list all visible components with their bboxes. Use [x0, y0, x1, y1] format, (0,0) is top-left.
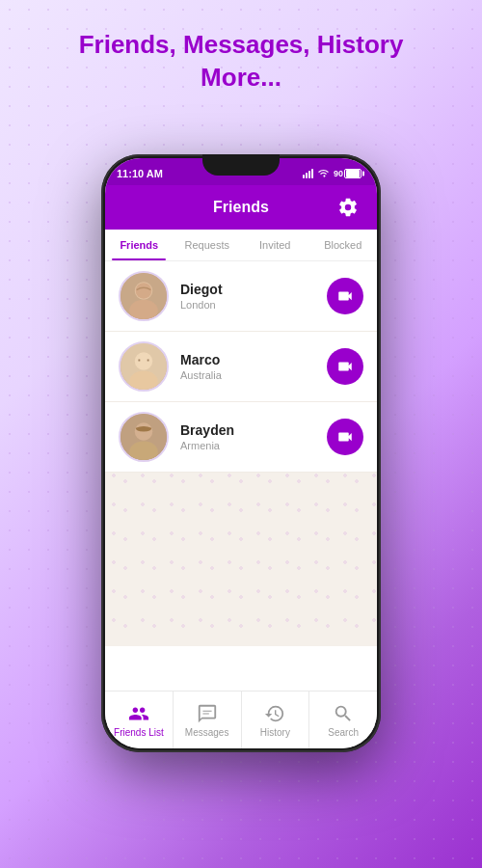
- wifi-icon: [317, 169, 330, 178]
- friend-location-diegot: London: [180, 299, 327, 311]
- nav-friends-list[interactable]: Friends List: [105, 692, 174, 748]
- friend-info-brayden: Brayden Armenia: [169, 422, 327, 451]
- friends-list: Diegot London: [105, 261, 377, 646]
- nav-label-friends: Friends List: [114, 727, 164, 738]
- friend-name-brayden: Brayden: [180, 422, 327, 438]
- friends-list-icon: [128, 703, 149, 724]
- gear-icon: [337, 197, 359, 218]
- tab-blocked[interactable]: Blocked: [309, 230, 378, 260]
- battery-text: 90: [334, 169, 343, 178]
- status-time: 11:10 AM: [117, 168, 163, 179]
- svg-point-13: [136, 423, 152, 440]
- friend-name-marco: Marco: [180, 352, 327, 367]
- friend-name-diegot: Diegot: [180, 282, 327, 297]
- hero-section: Friends, Messages, History More...: [0, 29, 482, 95]
- hero-title: Friends, Messages, History More...: [0, 29, 482, 95]
- nav-search[interactable]: Search: [309, 692, 377, 748]
- tab-invited[interactable]: Invited: [241, 230, 309, 260]
- friend-location-marco: Australia: [180, 369, 327, 381]
- friend-item-marco[interactable]: Marco Australia: [105, 332, 377, 402]
- nav-label-history: History: [260, 727, 290, 738]
- friend-item-diegot[interactable]: Diegot London: [105, 261, 377, 332]
- avatar-marco: [119, 341, 169, 392]
- nav-label-messages: Messages: [185, 727, 229, 738]
- history-icon: [264, 703, 285, 724]
- tab-bar: Friends Requests Invited Blocked: [105, 230, 377, 261]
- video-icon: [336, 287, 354, 305]
- video-call-btn-brayden[interactable]: [327, 419, 363, 455]
- tab-friends[interactable]: Friends: [105, 230, 174, 260]
- settings-button[interactable]: [333, 192, 363, 223]
- phone-screen: 11:10 AM: [105, 158, 377, 748]
- video-call-btn-diegot[interactable]: [327, 278, 363, 314]
- avatar-diegot: [119, 271, 169, 321]
- svg-point-7: [136, 353, 152, 369]
- status-icons: 90: [303, 169, 362, 178]
- nav-messages[interactable]: Messages: [174, 692, 242, 748]
- svg-point-3: [136, 283, 152, 299]
- bottom-nav: Friends List Messages: [105, 691, 377, 748]
- app-title: Friends: [149, 199, 333, 216]
- nav-label-search: Search: [328, 727, 359, 738]
- avatar-brayden: [119, 412, 169, 462]
- friend-info-diegot: Diegot London: [169, 282, 327, 311]
- tab-requests[interactable]: Requests: [174, 230, 242, 260]
- friend-item-brayden[interactable]: Brayden Armenia: [105, 402, 377, 473]
- empty-area: [105, 473, 377, 646]
- search-nav-icon: [333, 703, 354, 724]
- video-icon: [336, 428, 354, 446]
- friends-area: Diegot London: [105, 261, 377, 691]
- video-icon: [336, 358, 354, 375]
- phone-notch: [202, 154, 280, 176]
- signal-icon: [303, 169, 313, 178]
- battery-icon: [344, 169, 362, 178]
- messages-icon: [197, 703, 218, 724]
- nav-history[interactable]: History: [242, 692, 310, 748]
- friend-info-marco: Marco Australia: [169, 352, 327, 381]
- phone-frame: 11:10 AM: [101, 154, 381, 752]
- app-top-bar: Friends: [105, 185, 377, 230]
- video-call-btn-marco[interactable]: [327, 348, 363, 385]
- friend-location-brayden: Armenia: [180, 440, 327, 451]
